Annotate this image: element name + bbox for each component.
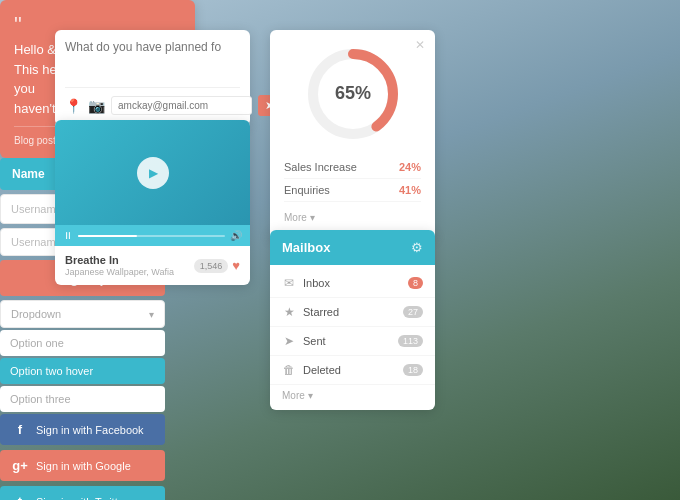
sent-badge: 113 (398, 335, 423, 347)
mail-list: ✉ Inbox 8 ★ Starred 27 ➤ Sent 113 🗑 Dele… (270, 265, 435, 410)
video-info: Breathe In Japanese Wallpaper, Wafia 1,5… (55, 246, 250, 285)
dropdown-option-2-hover[interactable]: Option two hover (0, 358, 165, 384)
mailbox-title: Mailbox (282, 240, 330, 255)
post-widget: 📍 📷 ➤ (55, 30, 250, 126)
video-controls: ⏸ 🔊 (55, 225, 250, 246)
chart-widget: ✕ 65% Sales Increase 24% Enquiries 41% M… (270, 30, 435, 240)
video-count: 1,546 (194, 259, 229, 273)
location-icon[interactable]: 📍 (65, 98, 82, 114)
pause-icon[interactable]: ⏸ (63, 230, 73, 241)
twitter-label: Sign in with Twitter (36, 496, 128, 500)
mail-item-starred[interactable]: ★ Starred 27 (270, 298, 435, 327)
google-label: Sign in with Google (36, 460, 131, 472)
dropdown-select[interactable]: Dropdown ▾ (0, 300, 165, 328)
post-input[interactable] (65, 40, 240, 78)
chart-row: Sales Increase 24% (284, 156, 421, 179)
deleted-icon: 🗑 (282, 363, 296, 377)
social-signin-widget: f Sign in with Facebook g+ Sign in with … (0, 414, 165, 500)
google-signin-button[interactable]: g+ Sign in with Google (0, 450, 165, 481)
mailbox-more-button[interactable]: More ▾ (270, 385, 435, 406)
video-thumbnail (55, 120, 250, 225)
email-field[interactable] (111, 96, 252, 115)
chart-label: Sales Increase (284, 161, 357, 173)
dropdown-option-3[interactable]: Option three (0, 386, 165, 412)
mail-item-inbox[interactable]: ✉ Inbox 8 (270, 269, 435, 298)
dropdown-option-1[interactable]: Option one (0, 330, 165, 356)
camera-icon[interactable]: 📷 (88, 98, 105, 114)
starred-icon: ★ (282, 305, 296, 319)
svg-text:65%: 65% (334, 83, 370, 103)
close-button[interactable]: ✕ (415, 38, 425, 52)
video-subtitle: Japanese Wallpaper, Wafia (65, 267, 174, 277)
mail-item-sent[interactable]: ➤ Sent 113 (270, 327, 435, 356)
facebook-label: Sign in with Facebook (36, 424, 144, 436)
donut-chart: 65% (284, 44, 421, 144)
deleted-label: Deleted (303, 364, 341, 376)
video-title: Breathe In (65, 254, 174, 266)
chart-row: Enquiries 41% (284, 179, 421, 202)
starred-badge: 27 (403, 306, 423, 318)
mail-item-deleted[interactable]: 🗑 Deleted 18 (270, 356, 435, 385)
google-icon: g+ (12, 458, 28, 473)
chart-label: Enquiries (284, 184, 330, 196)
deleted-badge: 18 (403, 364, 423, 376)
progress-fill (78, 235, 137, 237)
video-widget: ⏸ 🔊 Breathe In Japanese Wallpaper, Wafia… (55, 120, 250, 285)
volume-icon[interactable]: 🔊 (230, 230, 242, 241)
twitter-icon: t (12, 494, 28, 500)
play-button[interactable] (137, 157, 169, 189)
inbox-badge: 8 (408, 277, 423, 289)
sent-label: Sent (303, 335, 326, 347)
chart-value: 41% (399, 184, 421, 196)
facebook-icon: f (12, 422, 28, 437)
dropdown-widget: Dropdown ▾ Option one Option two hover O… (0, 300, 165, 412)
twitter-signin-button[interactable]: t Sign in with Twitter (0, 486, 165, 500)
dropdown-selected: Dropdown (11, 308, 61, 320)
facebook-signin-button[interactable]: f Sign in with Facebook (0, 414, 165, 445)
heart-icon[interactable]: ♥ (232, 258, 240, 273)
chart-rows: Sales Increase 24% Enquiries 41% More ▾ (284, 156, 421, 230)
mailbox-widget: Mailbox ⚙ ✉ Inbox 8 ★ Starred 27 ➤ Sent … (270, 230, 435, 410)
sent-icon: ➤ (282, 334, 296, 348)
inbox-label: Inbox (303, 277, 330, 289)
mailbox-header: Mailbox ⚙ (270, 230, 435, 265)
gear-icon[interactable]: ⚙ (411, 240, 423, 255)
chevron-down-icon: ▾ (149, 309, 154, 320)
inbox-icon: ✉ (282, 276, 296, 290)
chart-more-button[interactable]: More ▾ (284, 212, 315, 223)
chart-value: 24% (399, 161, 421, 173)
progress-bar[interactable] (78, 235, 225, 237)
starred-label: Starred (303, 306, 339, 318)
